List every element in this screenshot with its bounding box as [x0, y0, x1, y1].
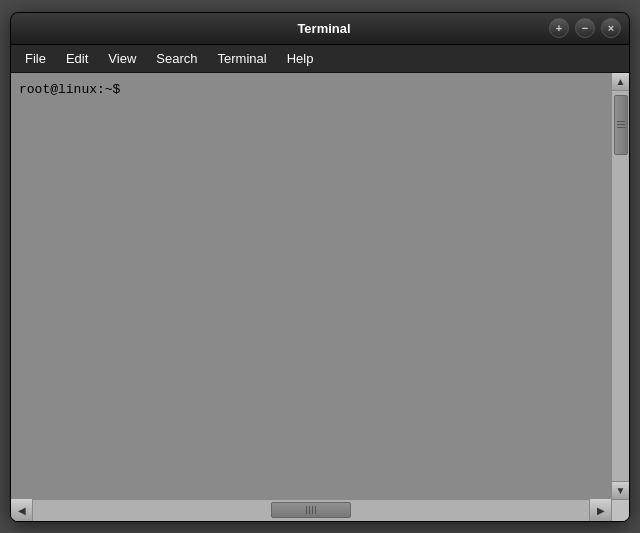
- menu-edit[interactable]: Edit: [56, 47, 98, 70]
- hscroll-line-1: [306, 506, 307, 514]
- close-button[interactable]: ×: [601, 18, 621, 38]
- hscroll-right-arrow[interactable]: ▶: [589, 499, 611, 521]
- title-bar-center: Terminal: [99, 19, 549, 37]
- terminal-area[interactable]: root@linux:~$: [11, 73, 611, 499]
- vscroll-track[interactable]: [612, 91, 629, 481]
- vertical-scrollbar[interactable]: ▲ ▼: [611, 73, 629, 499]
- vscroll-line-1: [617, 121, 625, 122]
- menu-view[interactable]: View: [98, 47, 146, 70]
- scrollbar-corner: [611, 499, 629, 521]
- hscroll-line-3: [312, 506, 313, 514]
- terminal-prompt: root@linux:~$: [19, 81, 603, 99]
- vscroll-line-2: [617, 124, 625, 125]
- window-title: Terminal: [297, 21, 350, 36]
- vscroll-thumb[interactable]: [614, 95, 628, 155]
- hscroll-line-2: [309, 506, 310, 514]
- terminal-with-scrollbar: root@linux:~$ ▲ ▼: [11, 73, 629, 499]
- menu-bar: File Edit View Search Terminal Help: [11, 45, 629, 73]
- hscroll-thumb[interactable]: [271, 502, 351, 518]
- menu-search[interactable]: Search: [146, 47, 207, 70]
- menu-help[interactable]: Help: [277, 47, 324, 70]
- terminal-window: Terminal + − × File Edit View Search Ter…: [10, 12, 630, 522]
- right-arrow-icon: ▶: [597, 505, 605, 516]
- minimize-button[interactable]: −: [575, 18, 595, 38]
- menu-file[interactable]: File: [15, 47, 56, 70]
- horizontal-scrollbar[interactable]: ◀ ▶: [11, 499, 629, 521]
- up-arrow-icon: ▲: [616, 76, 626, 87]
- content-area: root@linux:~$ ▲ ▼: [11, 73, 629, 521]
- menu-terminal[interactable]: Terminal: [208, 47, 277, 70]
- hscroll-track[interactable]: [33, 500, 589, 521]
- vscroll-thumb-lines: [617, 121, 625, 128]
- hscroll-line-4: [315, 506, 316, 514]
- vscroll-line-3: [617, 127, 625, 128]
- add-button[interactable]: +: [549, 18, 569, 38]
- hscroll-left-arrow[interactable]: ◀: [11, 499, 33, 521]
- hscroll-thumb-lines: [306, 506, 316, 514]
- down-arrow-icon: ▼: [616, 485, 626, 496]
- left-arrow-icon: ◀: [18, 505, 26, 516]
- window-controls: + − ×: [549, 18, 621, 38]
- vscroll-up-arrow[interactable]: ▲: [612, 73, 630, 91]
- vscroll-down-arrow[interactable]: ▼: [612, 481, 630, 499]
- title-bar: Terminal + − ×: [11, 13, 629, 45]
